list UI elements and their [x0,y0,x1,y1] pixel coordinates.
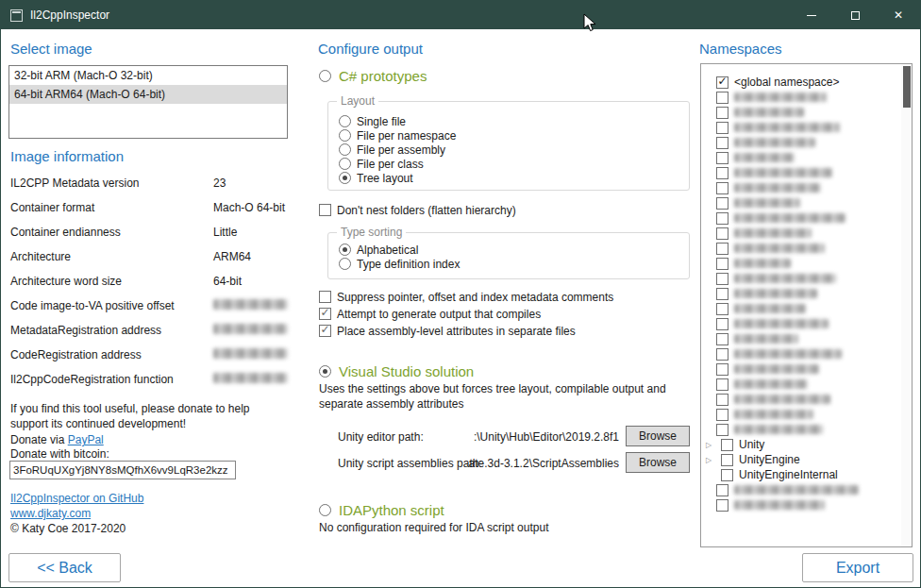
namespaces-scrollbar[interactable] [901,64,912,546]
namespace-item[interactable] [716,105,898,120]
namespace-item[interactable] [716,497,898,512]
info-row: Code image-to-VA positive offset [10,299,288,324]
namespace-item[interactable] [716,422,898,437]
browse-editor-path-button[interactable]: Browse [626,426,690,446]
checkbox-icon [716,484,728,496]
info-value: Little [213,226,237,239]
close-button[interactable]: ✕ [877,1,920,29]
radio-file-per-assembly[interactable]: File per assembly [339,143,689,157]
namespace-item[interactable] [716,195,898,210]
redacted-label [734,198,800,208]
namespace-item[interactable] [716,120,898,135]
paypal-link[interactable]: PayPal [68,433,104,446]
image-information-heading: Image information [10,148,124,164]
option-label: Suppress pointer, offset and index metad… [337,291,613,304]
expander-icon[interactable] [706,437,715,452]
image-list-item-selected[interactable]: 64-bit ARM64 (Mach-O 64-bit) [9,85,287,104]
namespace-item[interactable] [716,241,898,256]
browse-script-path-button[interactable]: Browse [626,452,690,473]
github-link[interactable]: Il2CppInspector on GitHub [10,492,143,505]
namespace-item-unity[interactable]: Unity [706,437,898,452]
checkbox-icon [716,394,728,406]
checkbox-icon [319,204,331,216]
namespace-item[interactable] [716,482,898,497]
namespace-item[interactable] [716,135,898,150]
namespace-item[interactable] [716,346,898,361]
export-button[interactable]: Export [802,553,913,582]
minimize-button[interactable] [790,1,833,29]
back-button[interactable]: << Back [8,553,121,582]
namespace-item[interactable] [716,361,898,377]
scrollbar-thumb[interactable] [903,66,911,108]
namespace-item[interactable] [716,392,898,407]
radio-alphabetical[interactable]: Alphabetical [339,243,689,257]
option-label: Don't nest folders (flatten hierarchy) [337,204,516,217]
redacted-label [734,183,821,193]
namespace-item[interactable] [716,316,898,331]
radio-type-definition-index[interactable]: Type definition index [339,257,689,271]
namespace-item[interactable] [716,165,898,180]
expander-icon[interactable] [706,452,715,467]
radio-file-per-namespace[interactable]: File per namespace [339,128,689,143]
checkbox-icon [716,92,728,104]
radio-single-file[interactable]: Single file [339,114,689,128]
namespace-item[interactable] [716,331,898,346]
redacted-label [734,92,827,102]
compilable-output-checkbox[interactable]: Attempt to generate output that compiles [319,307,541,321]
info-label: Architecture [10,250,213,263]
redacted-label [734,138,815,147]
idapython-script-radio[interactable]: IDAPython script [319,501,444,518]
namespace-label: UnityEngineInternal [739,468,838,481]
redacted-label [734,244,825,253]
radio-icon [339,158,351,170]
suppress-metadata-checkbox[interactable]: Suppress pointer, offset and index metad… [319,290,613,304]
radio-icon [339,143,351,156]
namespace-item[interactable] [716,226,898,241]
namespace-item[interactable] [716,150,898,165]
info-label: Container format [10,201,213,214]
csharp-prototypes-radio[interactable]: C# prototypes [319,67,427,84]
redacted-label [734,213,846,223]
namespace-label: <global namespace> [734,76,839,89]
website-link[interactable]: www.djkaty.com [10,507,91,520]
namespace-item-global[interactable]: <global namespace> [716,75,898,90]
type-sorting-group-label: Type sorting [337,226,406,239]
bitcoin-address-input[interactable] [9,461,236,479]
namespace-item[interactable] [716,256,898,271]
checkbox-icon [319,291,331,303]
namespace-item-unityengineinternal[interactable]: UnityEngineInternal [706,467,898,482]
info-row: MetadataRegistration address [10,324,288,348]
option-label: Attempt to generate output that compiles [337,308,541,321]
image-list-item[interactable]: 32-bit ARM (Mach-O 32-bit) [9,66,287,85]
namespace-item[interactable] [716,180,898,195]
namespace-item-unityengine[interactable]: UnityEngine [706,452,898,467]
namespace-item[interactable] [716,301,898,316]
info-label: MetadataRegistration address [10,324,213,337]
radio-tree-layout[interactable]: Tree layout [339,171,689,185]
maximize-button[interactable] [833,1,877,29]
info-row: Il2CppCodeRegistration function [10,373,288,397]
redacted-value [213,348,288,359]
redacted-label [734,108,804,117]
checkbox-icon [716,424,728,436]
namespace-item[interactable] [716,377,898,392]
mouse-cursor [583,13,598,34]
namespace-item[interactable] [716,286,898,301]
info-value: ARM64 [213,250,251,263]
redacted-label [734,334,798,344]
checkbox-icon [716,227,728,240]
radio-file-per-class[interactable]: File per class [339,157,689,171]
namespace-item[interactable] [716,90,898,105]
namespace-item[interactable] [716,407,898,422]
layout-groupbox: Layout Single file File per namespace Fi… [327,101,690,191]
separate-attributes-checkbox[interactable]: Place assembly-level attributes in separ… [319,324,576,338]
unity-script-path-value: ate.3d-3.1.2\ScriptAssemblies [426,457,619,470]
donate-via-text: Donate via [10,433,68,446]
layout-group-label: Layout [337,94,378,108]
namespace-item[interactable] [716,210,898,226]
visual-studio-description: Uses the settings above but forces tree … [319,381,689,412]
flatten-hierarchy-checkbox[interactable]: Don't nest folders (flatten hierarchy) [319,203,516,217]
visual-studio-solution-radio[interactable]: Visual Studio solution [319,362,474,379]
namespace-item[interactable] [716,271,898,286]
image-listbox[interactable]: 32-bit ARM (Mach-O 32-bit) 64-bit ARM64 … [8,65,288,139]
